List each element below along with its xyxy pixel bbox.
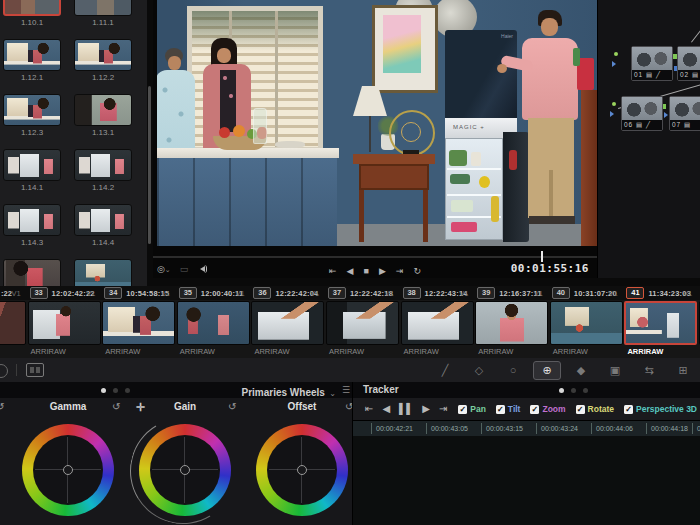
- qualifier-icon[interactable]: ◇: [462, 361, 496, 379]
- track-to-end-icon[interactable]: ⇥: [439, 400, 447, 418]
- gallery-clip[interactable]: 1.10.1: [3, 0, 61, 27]
- clip-number-badge[interactable]: 39: [477, 287, 495, 299]
- clip-thumbnail[interactable]: [3, 204, 61, 236]
- timeline-clip-thumbnail[interactable]: [251, 301, 324, 345]
- gallery-clip[interactable]: 1.12.1: [3, 39, 61, 82]
- video-frame[interactable]: Haier MAGIC +: [157, 0, 597, 246]
- clip-number-badge[interactable]: 41: [626, 287, 644, 299]
- gallery-clip[interactable]: 1.14.2: [74, 149, 132, 192]
- node-input-dot[interactable]: [614, 52, 618, 56]
- clip-thumbnail[interactable]: [3, 259, 61, 286]
- reset-icon[interactable]: ↺: [345, 401, 352, 412]
- clip-thumbnail[interactable]: [3, 94, 61, 126]
- lut-browser-icon[interactable]: [26, 363, 44, 377]
- checkbox-icon[interactable]: ✓: [576, 405, 585, 414]
- reset-icon[interactable]: ↺: [0, 401, 4, 412]
- node-input-arrow[interactable]: [612, 61, 619, 67]
- gallery-clip[interactable]: 1.12.2: [74, 39, 132, 82]
- skip-start-icon[interactable]: ⇤: [329, 262, 337, 280]
- wheels-menu-icon[interactable]: ☰: [342, 385, 350, 395]
- track-forward-icon[interactable]: ▶: [422, 400, 430, 418]
- color-node[interactable]: 06 ▤ ╱: [621, 96, 663, 131]
- timeline-clip-thumbnail[interactable]: [326, 301, 399, 345]
- tracker-ruler[interactable]: 00:00:42:2100:00:43:0500:00:43:1500:00:4…: [353, 420, 700, 437]
- clip-thumbnail[interactable]: [74, 149, 132, 181]
- gain-master-ring[interactable]: [119, 407, 247, 525]
- timeline-clip-thumbnail[interactable]: [102, 301, 175, 345]
- gallery-clip[interactable]: 1.14.3: [3, 204, 61, 247]
- picker-crosshair-icon[interactable]: ✛: [136, 401, 145, 414]
- color-node[interactable]: 01 ▤ ╱: [631, 46, 673, 81]
- clip-thumbnail[interactable]: [3, 39, 61, 71]
- gallery-clip[interactable]: 1.12.3: [3, 94, 61, 137]
- tracker-checkbox-tilt[interactable]: ✓Tilt: [496, 404, 521, 414]
- color-node[interactable]: 07 ▤: [669, 96, 700, 131]
- clip-number-badge[interactable]: 38: [403, 287, 421, 299]
- tracker-checkbox-zoom[interactable]: ✓Zoom: [530, 404, 565, 414]
- tracker-checkbox-perspective-3d[interactable]: ✓Perspective 3D: [624, 404, 697, 414]
- clip-number-badge[interactable]: 37: [328, 287, 346, 299]
- gallery-scrollbar[interactable]: [148, 86, 151, 244]
- key-icon[interactable]: ▣: [598, 361, 632, 379]
- clip-number-badge[interactable]: 40: [552, 287, 570, 299]
- skip-end-icon[interactable]: ⇥: [396, 262, 404, 280]
- power-window-icon[interactable]: ○: [496, 361, 530, 379]
- color-node[interactable]: 02 ▤ ▣: [677, 46, 700, 81]
- viewer-scrub-bar[interactable]: [153, 256, 597, 258]
- clip-number-badge[interactable]: 35: [179, 287, 197, 299]
- tracker-checkbox-pan[interactable]: ✓Pan: [458, 404, 486, 414]
- checkbox-icon[interactable]: ✓: [530, 405, 539, 414]
- track-back-icon[interactable]: ◀: [382, 400, 390, 418]
- timeline-clip-thumbnail[interactable]: [401, 301, 474, 345]
- checkbox-icon[interactable]: ✓: [458, 405, 467, 414]
- checkbox-icon[interactable]: ✓: [496, 405, 505, 414]
- node-graph-panel[interactable]: 01 ▤ ╱02 ▤ ▣06 ▤ ╱07 ▤: [597, 0, 700, 278]
- clip-thumbnail[interactable]: [74, 39, 132, 71]
- blur-icon[interactable]: ◆: [564, 361, 598, 379]
- reset-icon[interactable]: ↺: [228, 401, 236, 412]
- clip-thumbnail[interactable]: [3, 149, 61, 181]
- tracker-pagination-dots[interactable]: [559, 388, 588, 393]
- gallery-clip[interactable]: 1.16.1: [74, 259, 132, 286]
- clip-thumbnail[interactable]: [74, 0, 132, 16]
- wheel-balance-indicator[interactable]: [63, 465, 73, 475]
- timeline-clip-thumbnail[interactable]: [624, 301, 697, 345]
- clip-thumbnail[interactable]: [74, 204, 132, 236]
- node-input-dot[interactable]: [612, 102, 616, 106]
- gallery-clip[interactable]: 1.14.4: [74, 204, 132, 247]
- gamma-color-wheel[interactable]: [22, 424, 114, 516]
- checkbox-icon[interactable]: ✓: [624, 405, 633, 414]
- clip-number-badge[interactable]: 34: [104, 287, 122, 299]
- timeline-clip-thumbnail[interactable]: [475, 301, 548, 345]
- sizing-icon[interactable]: ⇆: [632, 361, 666, 379]
- stereo-3d-icon[interactable]: ⊞: [666, 361, 700, 379]
- clip-thumbnail[interactable]: [74, 94, 132, 126]
- curves-icon[interactable]: ╱: [428, 361, 462, 379]
- tracker-checkbox-rotate[interactable]: ✓Rotate: [576, 404, 614, 414]
- tracker-graph-area[interactable]: [353, 436, 700, 525]
- stop-icon[interactable]: ■: [364, 262, 369, 280]
- timeline-clip-thumbnail[interactable]: [28, 301, 101, 345]
- play-icon[interactable]: ▶: [379, 262, 386, 280]
- gallery-clip[interactable]: 1.11.1: [74, 0, 132, 27]
- node-input-arrow[interactable]: [610, 111, 617, 117]
- clip-thumbnail[interactable]: [3, 0, 61, 16]
- timeline-clip-thumbnail[interactable]: [0, 301, 26, 345]
- offset-color-wheel[interactable]: [256, 424, 348, 516]
- wheel-balance-indicator[interactable]: [297, 465, 307, 475]
- track-to-start-icon[interactable]: ⇤: [365, 400, 373, 418]
- wheels-pagination-dots[interactable]: [101, 388, 130, 393]
- clip-number-badge[interactable]: 36: [253, 287, 271, 299]
- tracker-icon[interactable]: ⊕: [533, 361, 561, 380]
- loop-icon[interactable]: ↻: [413, 262, 421, 280]
- gallery-clip[interactable]: 1.15.1: [3, 259, 61, 286]
- timeline-clip-thumbnail[interactable]: [177, 301, 250, 345]
- step-back-icon[interactable]: ◀: [347, 262, 354, 280]
- timeline-clip-thumbnail[interactable]: [550, 301, 623, 345]
- wheels-mode-selector[interactable]: Primaries Wheels ⌄: [241, 382, 336, 401]
- reset-icon[interactable]: ↺: [112, 401, 120, 412]
- clip-thumbnail[interactable]: [74, 259, 132, 286]
- pause-icon[interactable]: ▌▌: [399, 400, 413, 418]
- clip-number-badge[interactable]: 33: [30, 287, 48, 299]
- gallery-clip[interactable]: 1.14.1: [3, 149, 61, 192]
